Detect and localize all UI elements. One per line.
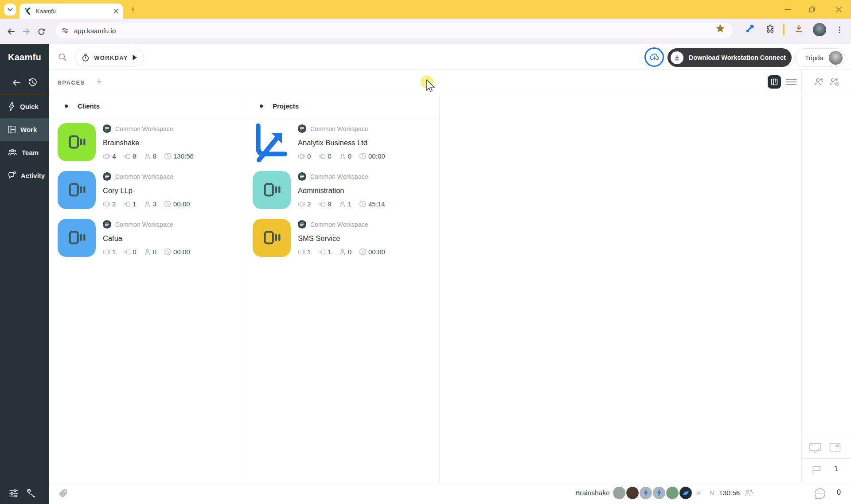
workspace-row: Common Workspace xyxy=(103,124,194,133)
app-search-button[interactable] xyxy=(58,53,67,62)
member-avatar[interactable] xyxy=(626,486,639,500)
space-card[interactable]: Common WorkspaceCafua10000:00 xyxy=(58,219,244,257)
tab-search-button[interactable] xyxy=(4,4,16,16)
tag-icon[interactable] xyxy=(58,488,69,499)
screen-tools-cell xyxy=(802,435,851,459)
space-tile[interactable] xyxy=(58,171,96,209)
sidebar-item-quick[interactable]: Quick xyxy=(0,95,49,118)
stat-time: 00:00 xyxy=(359,248,385,256)
column-projects: ProjectsCommon WorkspaceAnalytix Busines… xyxy=(244,95,440,482)
sidebar-item-team[interactable]: Team xyxy=(0,141,49,164)
downloads-button[interactable] xyxy=(794,24,804,33)
window-restore-button[interactable] xyxy=(806,4,818,14)
chat-bubble-icon[interactable] xyxy=(813,487,827,500)
space-title[interactable]: Administration xyxy=(298,186,385,195)
filters-sliders-icon[interactable] xyxy=(9,489,19,498)
space-card[interactable]: Common WorkspaceAdministration29145:14 xyxy=(253,171,439,209)
space-title[interactable]: Cafua xyxy=(103,234,190,243)
members-approved-button[interactable] xyxy=(829,77,840,87)
board-view-button[interactable] xyxy=(768,75,781,89)
boards-icon xyxy=(103,201,110,208)
member-avatar[interactable] xyxy=(639,486,652,500)
cloud-sync-button[interactable] xyxy=(644,47,664,67)
browser-profile-avatar[interactable] xyxy=(813,23,826,36)
member-avatar[interactable] xyxy=(666,486,679,500)
workspace-row: Common Workspace xyxy=(103,172,190,181)
workspace-icon xyxy=(298,124,306,133)
flag-icon[interactable] xyxy=(811,464,823,476)
clock-icon xyxy=(359,200,367,208)
active-project-name[interactable]: Brainshake xyxy=(575,489,610,497)
boards-icon xyxy=(103,248,110,256)
space-card[interactable]: Common WorkspaceCory LLp21300:00 xyxy=(58,171,244,209)
member-avatar[interactable] xyxy=(652,486,666,500)
space-card[interactable]: Common WorkspaceSMS Service11000:00 xyxy=(253,219,439,257)
tasks-icon xyxy=(318,201,326,208)
tasks-icon xyxy=(123,201,131,208)
sidebar-item-activity[interactable]: Activity xyxy=(0,164,49,187)
space-tile[interactable] xyxy=(58,219,96,257)
workday-timer-button[interactable]: WORKDAY xyxy=(74,49,144,66)
member-avatar[interactable] xyxy=(679,486,692,500)
add-space-button[interactable]: + xyxy=(96,76,102,88)
member-avatar[interactable] xyxy=(613,486,626,500)
space-tile-icon xyxy=(262,228,282,248)
column-header[interactable]: Clients xyxy=(49,95,244,117)
app-logo[interactable]: Kaamfu xyxy=(0,44,49,70)
stat-time: 130:56 xyxy=(164,152,194,160)
kanban-board-icon xyxy=(771,78,778,85)
stat-members: 0 xyxy=(339,152,351,160)
space-title[interactable]: Cory LLp xyxy=(103,186,190,195)
member-avatars[interactable] xyxy=(613,486,692,500)
people-icon[interactable] xyxy=(744,488,754,497)
space-tile[interactable] xyxy=(253,171,291,209)
screen-share-extension-icon[interactable] xyxy=(746,24,754,33)
members-icon xyxy=(144,248,151,256)
space-title[interactable]: Brainshake xyxy=(103,139,194,147)
back-arrow-icon[interactable] xyxy=(12,79,21,86)
forward-button[interactable] xyxy=(19,24,34,39)
members-icon xyxy=(339,248,346,256)
route-tracking-icon[interactable] xyxy=(26,488,37,499)
members-button[interactable] xyxy=(814,77,824,87)
new-tab-button[interactable]: + xyxy=(128,4,138,15)
window-pip-icon[interactable] xyxy=(829,443,841,453)
url-bar[interactable]: app.kaamfu.io xyxy=(55,23,733,39)
sidebar-item-label: Team xyxy=(22,149,39,156)
column-title: Projects xyxy=(273,102,299,110)
stat-members: 1 xyxy=(339,200,351,208)
space-tile[interactable] xyxy=(253,219,291,257)
cloud-download-icon xyxy=(649,52,660,62)
space-card[interactable]: Common WorkspaceBrainshake488130:56 xyxy=(58,123,244,161)
minimize-icon xyxy=(785,9,791,10)
download-workstation-connect-button[interactable]: Download Workstation Connect xyxy=(668,48,792,67)
puzzle-icon xyxy=(765,24,775,33)
space-title[interactable]: SMS Service xyxy=(298,234,385,243)
column-header[interactable]: Projects xyxy=(244,95,439,117)
play-icon[interactable] xyxy=(132,54,137,61)
space-tile[interactable] xyxy=(253,123,291,161)
boards-icon xyxy=(298,153,305,160)
space-stats: 29145:14 xyxy=(298,200,385,208)
stat-time: 00:00 xyxy=(359,152,385,160)
tab-close-icon[interactable] xyxy=(113,9,118,14)
site-settings-icon[interactable] xyxy=(62,27,69,34)
reload-button[interactable] xyxy=(34,24,49,39)
space-card[interactable]: Common WorkspaceAnalytix Business Ltd000… xyxy=(253,123,439,161)
indicator-n: N xyxy=(710,489,714,496)
user-menu[interactable]: Tripda xyxy=(795,48,845,67)
back-button[interactable] xyxy=(4,24,19,39)
window-minimize-button[interactable] xyxy=(782,4,793,14)
browser-tab[interactable]: Kaamfu xyxy=(20,4,123,19)
sidebar-item-work[interactable]: Work xyxy=(0,118,49,141)
bookmark-star-icon[interactable] xyxy=(715,23,725,33)
screen-share-icon[interactable] xyxy=(809,442,821,453)
space-title[interactable]: Analytix Business Ltd xyxy=(298,139,385,147)
history-icon[interactable] xyxy=(28,78,38,87)
space-tile[interactable] xyxy=(58,123,96,161)
window-close-button[interactable] xyxy=(833,4,844,14)
browser-menu-button[interactable]: ⋮ xyxy=(835,23,844,36)
list-view-button[interactable] xyxy=(785,78,797,86)
workspace-row: Common Workspace xyxy=(298,172,385,181)
extensions-button[interactable] xyxy=(765,24,775,33)
